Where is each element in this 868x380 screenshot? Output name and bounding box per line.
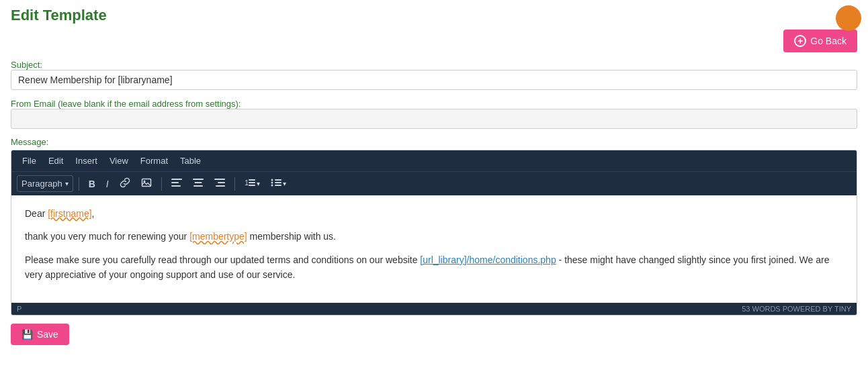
svg-rect-8 (214, 179, 225, 180)
editor-toolbar: Paragraph ▾ B I (11, 171, 857, 195)
paragraph-chevron: ▾ (65, 180, 69, 187)
from-email-label: From Email (leave blank if the email add… (11, 99, 241, 109)
content-line2-prefix: thank you very much for renewing your (25, 231, 189, 242)
menu-table[interactable]: Table (175, 153, 206, 169)
ordered-list-chevron: ▾ (257, 180, 260, 187)
menu-edit[interactable]: Edit (43, 153, 69, 169)
italic-button[interactable]: I (102, 176, 113, 192)
svg-rect-2 (171, 179, 182, 180)
save-button[interactable]: 💾 Save (11, 324, 69, 345)
ordered-list-icon: 1. (245, 178, 255, 189)
svg-point-15 (271, 179, 273, 181)
go-back-area: + Go Back (11, 30, 857, 52)
ordered-list-button[interactable]: 1. ▾ (241, 175, 264, 192)
svg-point-17 (271, 185, 273, 187)
subject-input[interactable] (11, 70, 857, 90)
align-left-icon (171, 178, 182, 189)
content-line2-suffix: membership with us. (247, 231, 336, 242)
statusbar-left: P (17, 305, 21, 313)
editor-content[interactable]: Dear [firstname], thank you very much fo… (11, 195, 857, 303)
svg-rect-19 (275, 182, 281, 183)
sep1 (79, 177, 79, 191)
conditions-link[interactable]: [url_library]/home/conditions.php (420, 254, 556, 265)
message-label: Message: (11, 137, 857, 147)
save-label: Save (37, 329, 58, 340)
menu-file[interactable]: File (17, 153, 42, 169)
menu-view[interactable]: View (104, 153, 134, 169)
align-right-button[interactable] (210, 175, 229, 192)
align-center-button[interactable] (189, 175, 208, 192)
subject-label: Subject: (11, 60, 42, 70)
svg-point-16 (271, 182, 273, 184)
go-back-label: Go Back (810, 36, 847, 46)
svg-rect-4 (171, 185, 181, 187)
image-button[interactable] (137, 175, 156, 193)
paragraph-label: Paragraph (21, 179, 62, 189)
svg-rect-10 (216, 185, 225, 187)
svg-rect-6 (194, 182, 202, 183)
svg-rect-18 (275, 179, 281, 181)
paragraph-select[interactable]: Paragraph ▾ (17, 175, 73, 192)
svg-rect-3 (171, 182, 179, 183)
go-back-button[interactable]: + Go Back (783, 30, 857, 52)
bold-icon: B (89, 179, 95, 189)
menu-format[interactable]: Format (135, 153, 173, 169)
svg-rect-14 (249, 185, 255, 186)
content-line1-suffix: , (92, 208, 95, 219)
membertype-tag: [membertype] (189, 231, 247, 242)
go-back-plus-icon: + (794, 35, 806, 47)
editor-menubar: File Edit Insert View Format Table (11, 150, 857, 171)
content-line1-prefix: Dear (25, 208, 48, 219)
unordered-list-button[interactable]: ▾ (267, 175, 290, 192)
content-line2: thank you very much for renewing your [m… (25, 229, 843, 244)
from-email-section: From Email (leave blank if the email add… (11, 98, 857, 137)
svg-rect-9 (218, 182, 225, 183)
unordered-list-icon (271, 178, 281, 189)
subject-section: Subject: (11, 59, 857, 98)
sep2 (161, 177, 162, 191)
save-icon: 💾 (21, 329, 33, 340)
editor-wrapper: File Edit Insert View Format Table Parag… (11, 150, 857, 316)
menu-insert[interactable]: Insert (70, 153, 103, 169)
align-right-icon (214, 178, 225, 189)
firstname-tag: [firstname] (48, 208, 91, 219)
sep3 (234, 177, 235, 191)
content-line3: Please make sure you carefully read thro… (25, 252, 843, 283)
image-icon (141, 177, 152, 190)
bold-button[interactable]: B (85, 176, 99, 192)
svg-rect-13 (249, 182, 255, 183)
unordered-list-chevron: ▾ (283, 180, 286, 187)
svg-rect-20 (275, 185, 281, 186)
align-left-button[interactable] (167, 175, 186, 192)
svg-rect-12 (249, 179, 255, 181)
from-email-input[interactable] (11, 109, 857, 129)
svg-rect-5 (193, 179, 204, 180)
editor-statusbar: P 53 WORDS POWERED BY TINY (11, 303, 857, 315)
statusbar-right: 53 WORDS POWERED BY TINY (742, 305, 851, 313)
link-button[interactable] (116, 175, 134, 193)
page-title: Edit Template (11, 7, 857, 24)
align-center-icon (193, 178, 204, 189)
user-avatar (836, 5, 861, 31)
italic-icon: I (106, 179, 109, 189)
link-icon (120, 177, 130, 190)
content-line3-prefix: Please make sure you carefully read thro… (25, 254, 420, 265)
svg-rect-7 (193, 185, 203, 187)
content-line1: Dear [firstname], (25, 206, 843, 221)
